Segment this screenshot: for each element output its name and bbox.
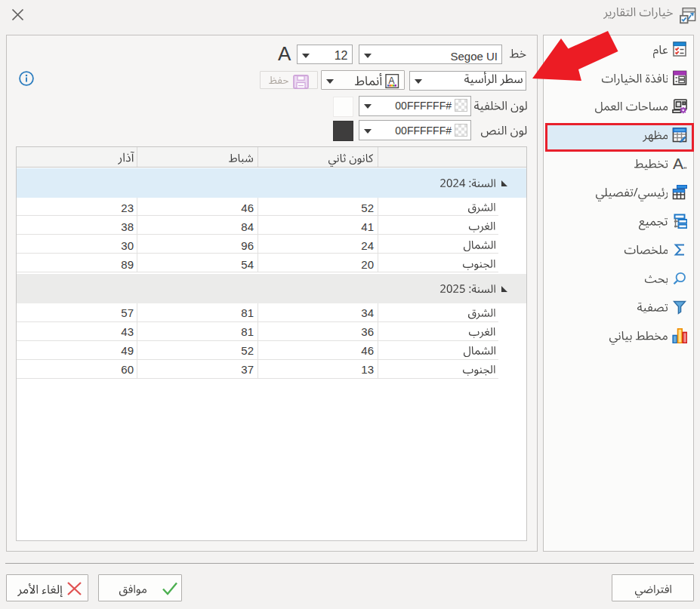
- svg-text:A: A: [388, 75, 394, 85]
- svg-text:A: A: [673, 156, 683, 171]
